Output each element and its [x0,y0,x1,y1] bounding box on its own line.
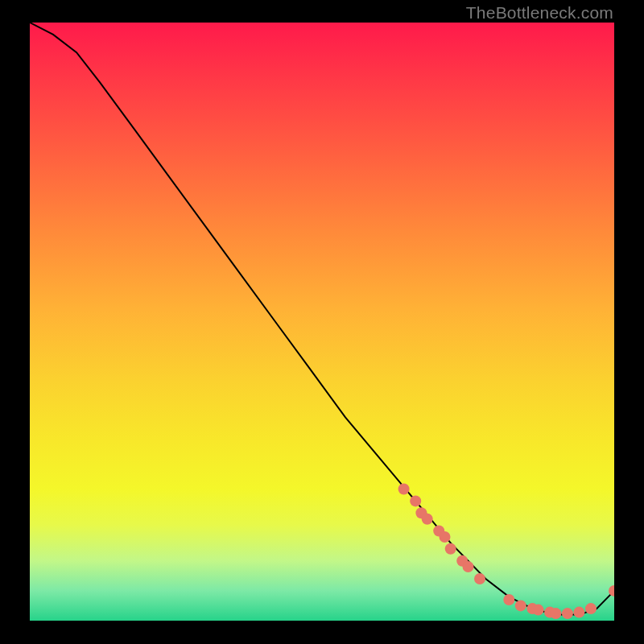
data-marker [550,608,561,619]
attribution-text: TheBottleneck.com [466,3,613,23]
data-marker [440,531,451,543]
bottleneck-curve [30,23,614,615]
data-marker [526,603,538,614]
data-marker [463,561,474,572]
chart-container: TheBottleneck.com [0,0,644,644]
data-marker [445,543,456,555]
data-marker [433,526,444,537]
data-marker [573,607,584,618]
data-marker [533,605,544,616]
data-marker [398,484,410,495]
data-marker [415,507,427,518]
data-marker [422,514,433,525]
data-marker [410,495,421,506]
data-marker [456,555,468,567]
plot-area [30,23,614,621]
data-marker [585,603,597,614]
data-marker [562,608,573,619]
data-markers [398,484,614,620]
chart-svg [30,23,614,621]
data-marker [515,600,526,611]
data-marker [474,573,485,584]
data-marker [609,585,614,597]
data-marker [544,607,555,618]
data-marker [503,594,514,605]
